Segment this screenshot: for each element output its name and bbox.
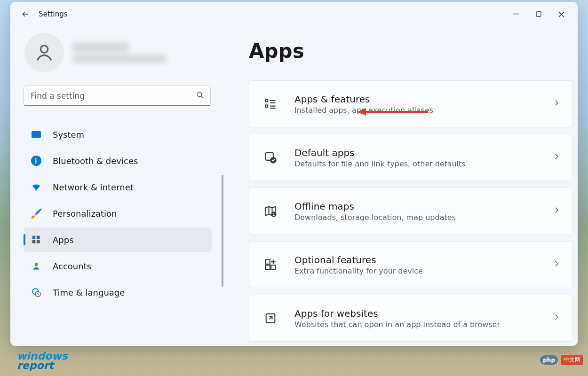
external-link-icon [263,311,278,325]
map-icon [263,204,278,218]
svg-rect-7 [37,240,40,243]
sidebar-item-label: Accounts [53,261,91,271]
svg-rect-18 [271,265,275,269]
person-icon [34,42,55,63]
sidebar-item-time[interactable]: Time & language [24,280,212,305]
globe-clock-icon [31,287,41,298]
optional-features-icon [263,258,278,272]
svg-rect-11 [266,100,268,102]
watermark-windows-report: windows report [17,352,68,370]
profile-block[interactable] [24,33,207,72]
maximize-icon [536,11,541,17]
titlebar: Settings [10,2,578,26]
search-input[interactable] [24,86,211,106]
card-subtitle: Websites that can open in an app instead… [294,320,552,329]
close-icon [558,11,564,17]
window-title: Settings [39,10,68,18]
svg-rect-17 [266,265,270,269]
card-title: Apps & features [294,94,552,105]
sidebar: System ᛒ Bluetooth & devices Network & i… [10,26,220,346]
apps-icon [31,235,41,245]
sidebar-nav: System ᛒ Bluetooth & devices Network & i… [24,122,212,305]
card-title: Optional features [294,254,552,266]
sidebar-item-accounts[interactable]: Accounts [24,254,212,278]
svg-rect-6 [32,240,36,243]
search-icon [196,91,204,101]
svg-rect-0 [513,14,519,14]
system-icon [31,129,41,140]
card-title: Offline maps [294,201,552,212]
paintbrush-icon: 🖌️ [31,208,41,219]
chevron-right-icon [552,152,561,163]
sidebar-item-label: Network & internet [53,182,134,192]
chevron-right-icon [552,313,561,323]
sidebar-item-apps[interactable]: Apps [24,227,212,252]
watermark-php-cn: php 中文网 [540,355,583,365]
card-subtitle: Installed apps, app execution aliases [294,106,552,115]
sidebar-item-label: Personalization [53,209,117,219]
sidebar-item-label: Apps [53,235,74,245]
svg-rect-1 [536,12,541,16]
card-title: Apps for websites [294,308,552,319]
main-panel: Apps Apps & features Installed apps, app… [220,26,578,346]
card-optional-features[interactable]: Optional features Extra functionality fo… [249,241,572,288]
card-subtitle: Defaults for file and link types, other … [294,159,552,168]
svg-rect-12 [266,105,268,107]
svg-rect-5 [37,236,40,239]
svg-point-8 [35,263,38,266]
settings-cards: Apps & features Installed apps, app exec… [249,80,572,342]
card-offline-maps[interactable]: Offline maps Downloads, storage location… [249,188,572,235]
bluetooth-icon: ᛒ [31,156,41,166]
minimize-icon [513,11,519,17]
sidebar-item-bluetooth[interactable]: ᛒ Bluetooth & devices [24,149,212,173]
card-subtitle: Extra functionality for your device [294,266,552,275]
wifi-icon [31,182,41,192]
profile-info [72,42,167,63]
svg-point-2 [40,46,48,53]
profile-email-redacted [72,55,167,63]
avatar [24,33,64,72]
arrow-left-icon [21,9,30,19]
settings-window: Settings [10,2,578,346]
content-area: System ᛒ Bluetooth & devices Network & i… [10,26,578,346]
back-button[interactable] [16,5,35,24]
svg-point-3 [197,92,202,97]
card-subtitle: Downloads, storage location, map updates [294,213,552,222]
card-apps-for-websites[interactable]: Apps for websites Websites that can open… [249,295,572,342]
maximize-button[interactable] [528,5,549,24]
search-field-wrap [24,86,211,106]
accounts-icon [31,261,41,271]
sidebar-item-label: System [53,130,84,140]
sidebar-item-network[interactable]: Network & internet [24,175,212,199]
svg-rect-4 [32,236,36,239]
window-controls [505,5,572,24]
sidebar-item-label: Time & language [53,288,125,298]
default-apps-icon [263,150,278,164]
page-title: Apps [249,39,572,63]
chevron-right-icon [552,259,561,270]
sidebar-item-personalization[interactable]: 🖌️ Personalization [24,201,212,226]
close-button[interactable] [550,5,572,24]
sidebar-item-label: Bluetooth & devices [53,156,138,166]
card-apps-features[interactable]: Apps & features Installed apps, app exec… [249,80,572,127]
card-title: Default apps [294,147,552,158]
minimize-button[interactable] [505,5,527,24]
list-icon [263,97,278,111]
chevron-right-icon [552,99,561,109]
sidebar-item-system[interactable]: System [24,122,212,147]
svg-rect-16 [266,260,270,264]
card-default-apps[interactable]: Default apps Defaults for file and link … [249,134,572,181]
profile-name-redacted [72,42,129,53]
chevron-right-icon [552,206,561,216]
